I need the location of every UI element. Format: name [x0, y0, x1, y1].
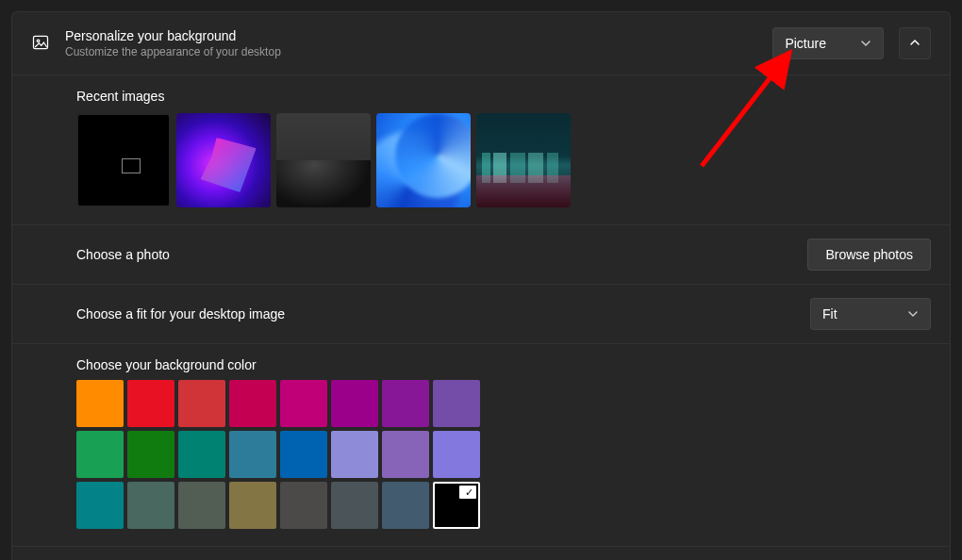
- color-swatch[interactable]: [280, 431, 327, 478]
- choose-photo-row: Choose a photo Browse photos: [12, 224, 950, 284]
- header-row: Personalize your background Customize th…: [12, 12, 950, 75]
- color-swatch[interactable]: [76, 431, 124, 478]
- color-swatch[interactable]: [127, 431, 174, 478]
- background-type-dropdown[interactable]: Picture: [772, 27, 884, 59]
- color-swatch[interactable]: [280, 482, 327, 529]
- color-swatch[interactable]: [76, 380, 124, 427]
- header-subtitle: Customize the appearance of your desktop: [65, 45, 757, 58]
- color-swatch[interactable]: [433, 431, 480, 478]
- color-swatch[interactable]: [178, 380, 225, 427]
- recent-image-thumb[interactable]: [176, 113, 271, 207]
- checkmark-icon: ✓: [465, 486, 473, 499]
- fit-dropdown[interactable]: Fit: [810, 298, 931, 330]
- chevron-up-icon: [909, 36, 921, 51]
- recent-image-thumb[interactable]: [476, 113, 571, 207]
- color-swatch[interactable]: [280, 380, 327, 427]
- color-swatch[interactable]: [229, 482, 276, 529]
- background-color-label: Choose your background color: [76, 357, 931, 372]
- recent-image-thumb[interactable]: [276, 113, 371, 207]
- browse-photos-button[interactable]: Browse photos: [807, 239, 931, 271]
- background-color-section: Choose your background color ✓: [12, 343, 950, 546]
- color-swatch[interactable]: [331, 482, 378, 529]
- header-title: Personalize your background: [65, 28, 757, 43]
- custom-colors-row: Custom colors View colors: [12, 546, 950, 560]
- color-swatch[interactable]: ✓: [433, 482, 480, 529]
- color-swatch[interactable]: [76, 482, 124, 529]
- color-swatch[interactable]: [229, 380, 276, 427]
- color-swatch[interactable]: [178, 482, 225, 529]
- color-swatch[interactable]: [127, 482, 174, 529]
- recent-image-thumb[interactable]: [376, 113, 471, 207]
- color-swatch[interactable]: [331, 431, 378, 478]
- color-swatch[interactable]: [229, 431, 276, 478]
- color-swatch[interactable]: [433, 380, 480, 427]
- color-swatch[interactable]: [382, 380, 429, 427]
- color-swatch[interactable]: [382, 482, 429, 529]
- color-swatch[interactable]: [178, 431, 225, 478]
- svg-point-1: [37, 40, 40, 42]
- choose-fit-row: Choose a fit for your desktop image Fit: [12, 284, 950, 343]
- chevron-down-icon: [907, 308, 919, 320]
- fit-value: Fit: [822, 306, 838, 321]
- recent-image-thumb[interactable]: [76, 113, 171, 207]
- recent-images-section: Recent images: [12, 75, 950, 224]
- recent-images-label: Recent images: [76, 89, 931, 104]
- color-swatch[interactable]: [382, 431, 429, 478]
- choose-fit-label: Choose a fit for your desktop image: [76, 306, 285, 321]
- color-swatch[interactable]: [127, 380, 174, 427]
- color-swatch[interactable]: [331, 380, 378, 427]
- header-titles: Personalize your background Customize th…: [65, 28, 757, 58]
- choose-photo-label: Choose a photo: [76, 247, 170, 262]
- recent-images-grid: [76, 113, 931, 207]
- dropdown-value: Picture: [785, 36, 826, 51]
- picture-icon: [31, 33, 50, 55]
- chevron-down-icon: [860, 38, 871, 49]
- color-swatch-grid: ✓: [76, 380, 529, 529]
- background-settings-panel: Personalize your background Customize th…: [11, 11, 951, 560]
- collapse-button[interactable]: [899, 27, 931, 59]
